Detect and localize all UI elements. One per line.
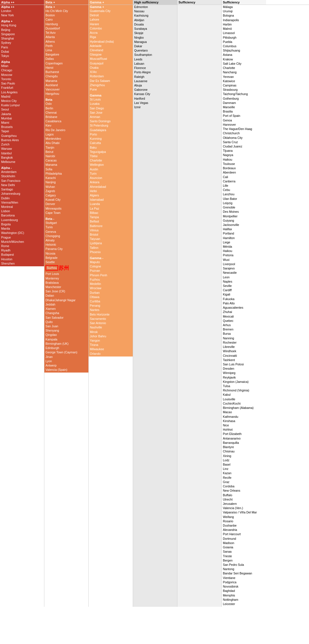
gamma-block: Gamma St Louis Lusaka San Diego San Jose…	[89, 93, 133, 256]
header-row: Alpha ++ Beta + Gamma + High sufficiency…	[0, 0, 309, 5]
col3-label: Gamma +	[90, 1, 104, 4]
city-suzhou: Suzhou苏州	[44, 264, 88, 272]
col3-header: Gamma +	[89, 0, 133, 5]
high-suff-block: Edmonton Nassau Kaohsiung Abidjan Douala…	[133, 5, 177, 110]
beta-minus-block: Beta - Stuttgart Tunis Geneva Chongqing …	[44, 217, 88, 373]
alpha-minus-block: Alpha - Amsterdam Stockholm San Francisc…	[0, 166, 44, 266]
col4-header: High sufficiency	[133, 0, 177, 5]
beta-label: Beta	[44, 98, 88, 102]
gamma-plus-label: Gamma +	[89, 5, 133, 9]
alpha-plusplus-label: Alpha ++	[0, 5, 44, 9]
gamma-plus-block: Gamma + Guatemala City Detroit Lahore Ha…	[89, 5, 133, 93]
suzhou-chinese: 苏州	[59, 265, 69, 271]
col5-content	[177, 5, 222, 607]
beta-minus-label: Beta -	[44, 217, 88, 221]
col4-label: High sufficiency	[134, 1, 159, 4]
col2-content: Beta + Ho Chi Minh City Boston Cairo Ham…	[44, 5, 89, 607]
col3-content: Gamma + Guatemala City Detroit Lahore Ha…	[89, 5, 133, 607]
gamma-minus-block: Gamma - Maputo Cologne Poznan Phnom Penh…	[89, 256, 133, 357]
city-new-york: New York	[0, 13, 44, 17]
suff-block: Málaga Urumqi Bologna Indianapolis Harbi…	[222, 5, 266, 607]
alpha-plus-block: Alpha + Hong Kong Beijing Singapore Shan…	[0, 19, 44, 60]
beta-plus-label: Beta +	[44, 5, 88, 9]
col6-label: Sufficiency	[223, 1, 240, 4]
suzhou-box: Suzhou	[45, 265, 58, 271]
city-london: London	[0, 9, 44, 13]
alpha-minus-label: Alpha -	[0, 166, 44, 170]
col4-content: Edmonton Nassau Kaohsiung Abidjan Douala…	[133, 5, 177, 607]
alpha-plus-label: Alpha +	[0, 19, 44, 23]
col6-header: Sufficiency	[222, 0, 266, 5]
gamma-label: Gamma	[89, 93, 133, 97]
col1-content: Alpha ++ London New York Alpha + Hong Ko…	[0, 5, 44, 607]
col1-label: Alpha ++	[1, 1, 14, 4]
alpha-plusplus-block: Alpha ++ London New York	[0, 5, 44, 19]
alpha-label: Alpha	[0, 60, 44, 64]
beta-plus-block: Beta + Ho Chi Minh City Boston Cairo Ham…	[44, 5, 88, 98]
col5-label: Sufficiency	[179, 1, 195, 4]
page-wrapper: Alpha ++ Beta + Gamma + High sufficiency…	[0, 0, 309, 607]
col1-header: Alpha ++	[0, 0, 44, 5]
col2-label: Beta +	[45, 1, 55, 4]
content-area: Alpha ++ London New York Alpha + Hong Ko…	[0, 5, 309, 607]
col6-content: Málaga Urumqi Bologna Indianapolis Harbi…	[222, 5, 266, 607]
alpha-block: Alpha Milan Chicago Moscow Toronto Sao P…	[0, 60, 44, 166]
col5-header: Sufficiency	[177, 0, 222, 5]
gamma-minus-label: Gamma -	[89, 256, 133, 260]
col2-header: Beta +	[44, 0, 89, 5]
beta-block: Beta Oslo Berlin Chennai Brisbane Casabl…	[44, 98, 88, 217]
